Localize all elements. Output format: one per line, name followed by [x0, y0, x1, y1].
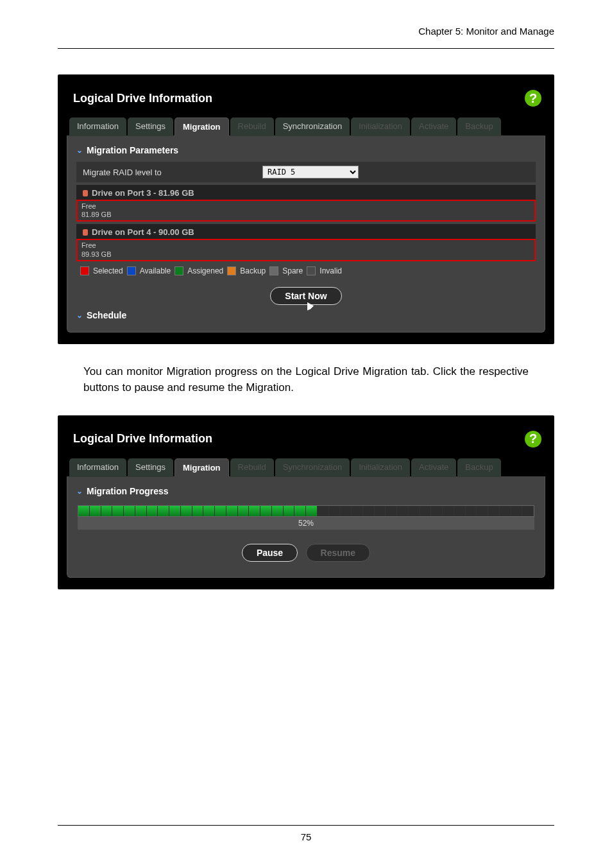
- drive-free-label: Free: [81, 202, 531, 211]
- panel-body: ⌄ Migration Parameters Migrate RAID leve…: [67, 136, 545, 333]
- tab-initialization: Initialization: [351, 117, 410, 136]
- swatch-invalid: [307, 266, 316, 275]
- panel-body: ⌄ Migration Progress 52% Pause Resume: [67, 477, 545, 578]
- tabs: Information Settings Migration Rebuild S…: [67, 458, 545, 477]
- drive-bar[interactable]: Free 81.89 GB: [76, 200, 536, 221]
- drive-free-size: 89.93 GB: [81, 250, 531, 259]
- drive-head-label: Drive on Port 3 - 81.96 GB: [92, 188, 194, 198]
- legend-backup: Backup: [240, 266, 266, 275]
- param-row-raid-level: Migrate RAID level to RAID 5: [76, 162, 536, 182]
- section-schedule[interactable]: ⌄ Schedule: [76, 310, 536, 320]
- drive-port-3: Drive on Port 3 - 81.96 GB Free 81.89 GB: [76, 185, 536, 221]
- tab-information[interactable]: Information: [69, 117, 126, 136]
- swatch-assigned: [174, 266, 183, 275]
- chevron-down-icon: ⌄: [76, 311, 83, 320]
- help-icon[interactable]: ?: [525, 431, 541, 447]
- legend-invalid: Invalid: [319, 266, 342, 275]
- tab-initialization: Initialization: [351, 458, 410, 477]
- drive-free-label: Free: [81, 241, 531, 250]
- legend: Selected Available Assigened Backup Spar…: [76, 261, 536, 275]
- chapter-header: Chapter 5: Monitor and Manage: [0, 0, 612, 43]
- tab-information[interactable]: Information: [69, 458, 126, 477]
- panel-migration-progress: Logical Drive Information ? Information …: [58, 415, 554, 589]
- tab-settings[interactable]: Settings: [128, 117, 173, 136]
- resume-button[interactable]: Resume: [306, 544, 370, 562]
- tab-rebuild: Rebuild: [230, 117, 274, 136]
- section-migration-progress[interactable]: ⌄ Migration Progress: [76, 486, 536, 496]
- page-number: 75: [0, 831, 612, 842]
- chevron-down-icon: ⌄: [76, 146, 83, 155]
- drive-head-label: Drive on Port 4 - 90.00 GB: [92, 227, 194, 237]
- body-paragraph: You can monitor Migration progress on th…: [83, 363, 529, 396]
- drive-bar[interactable]: Free 89.93 GB: [76, 239, 536, 261]
- panel-title: Logical Drive Information: [73, 92, 212, 105]
- tab-backup: Backup: [457, 458, 500, 477]
- legend-spare: Spare: [282, 266, 303, 275]
- legend-assigned: Assigened: [187, 266, 223, 275]
- raid-level-select[interactable]: RAID 5: [262, 166, 359, 178]
- panel-migration-params: Logical Drive Information ? Information …: [58, 74, 554, 344]
- tab-activate: Activate: [411, 117, 456, 136]
- tab-settings[interactable]: Settings: [128, 458, 173, 477]
- progress-bar: [78, 505, 534, 517]
- swatch-backup: [227, 266, 236, 275]
- legend-selected: Selected: [93, 266, 123, 275]
- tab-synchronization[interactable]: Synchronization: [275, 117, 350, 136]
- section-migration-parameters[interactable]: ⌄ Migration Parameters: [76, 145, 536, 155]
- pause-button[interactable]: Pause: [242, 544, 298, 562]
- panel-title: Logical Drive Information: [73, 432, 212, 446]
- drive-port-4: Drive on Port 4 - 90.00 GB Free 89.93 GB: [76, 224, 536, 261]
- tab-backup: Backup: [457, 117, 500, 136]
- swatch-available: [127, 266, 136, 275]
- header-rule: [58, 48, 554, 49]
- drive-icon: [83, 190, 88, 196]
- tabs: Information Settings Migration Rebuild S…: [67, 117, 545, 136]
- start-now-button[interactable]: Start Now: [270, 287, 341, 305]
- progress-percent: 52%: [78, 517, 534, 530]
- tab-rebuild: Rebuild: [230, 458, 274, 477]
- tab-synchronization: Synchronization: [275, 458, 350, 477]
- tab-activate: Activate: [411, 458, 456, 477]
- footer-rule: [58, 825, 554, 826]
- param-label: Migrate RAID level to: [83, 168, 250, 177]
- chevron-down-icon: ⌄: [76, 487, 83, 496]
- drive-free-size: 81.89 GB: [81, 211, 531, 219]
- swatch-selected: [80, 266, 89, 275]
- swatch-spare: [269, 266, 278, 275]
- drive-icon: [83, 229, 88, 236]
- tab-migration[interactable]: Migration: [174, 458, 229, 477]
- tab-migration[interactable]: Migration: [174, 117, 229, 136]
- legend-available: Available: [140, 266, 171, 275]
- help-icon[interactable]: ?: [525, 90, 541, 107]
